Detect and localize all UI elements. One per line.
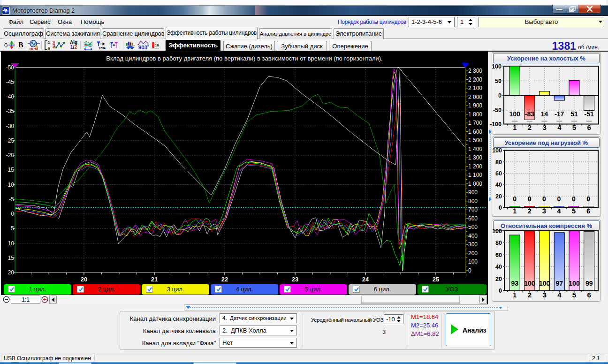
svg-text:0: 0 — [468, 267, 471, 274]
svg-text:2 200: 2 200 — [468, 76, 482, 83]
svg-text:14: 14 — [541, 110, 548, 118]
svg-text:80: 80 — [495, 240, 502, 246]
svg-text:1 900: 1 900 — [468, 102, 482, 109]
svg-text:51: 51 — [570, 110, 578, 118]
svg-text:1 000: 1 000 — [468, 181, 482, 187]
svg-text:300: 300 — [468, 241, 478, 248]
svg-text:0: 0 — [528, 195, 532, 203]
svg-text:-50: -50 — [493, 107, 502, 114]
svg-text:900: 900 — [468, 189, 478, 196]
svg-text:97: 97 — [556, 280, 563, 287]
svg-text:1 600: 1 600 — [468, 129, 482, 135]
svg-text:1 300: 1 300 — [468, 154, 482, 161]
svg-text:0: 0 — [557, 195, 561, 203]
svg-text:-17: -17 — [555, 110, 564, 118]
svg-text:0: 0 — [572, 195, 576, 203]
svg-text:0: 0 — [499, 205, 502, 211]
svg-text:25: 25 — [433, 276, 439, 283]
svg-text:0: 0 — [586, 195, 590, 203]
svg-text:40: 40 — [495, 264, 502, 270]
svg-text:1 100: 1 100 — [468, 172, 482, 178]
svg-text:60: 60 — [495, 252, 502, 258]
svg-text:23: 23 — [292, 276, 298, 283]
svg-text:21: 21 — [151, 276, 158, 283]
svg-text:100: 100 — [492, 63, 502, 70]
svg-text:1234: 1234 — [99, 46, 106, 50]
svg-text:0: 0 — [542, 195, 546, 203]
svg-text:800: 800 — [468, 198, 478, 205]
svg-text:1 500: 1 500 — [468, 137, 482, 144]
svg-text:60: 60 — [495, 170, 502, 177]
svg-text:100: 100 — [492, 228, 502, 235]
svg-text:-100: -100 — [490, 121, 502, 128]
svg-text:40: 40 — [495, 182, 502, 188]
svg-text:1 700: 1 700 — [468, 120, 482, 126]
svg-text:20: 20 — [495, 193, 502, 200]
svg-text:2 000: 2 000 — [468, 94, 482, 100]
svg-text:-83: -83 — [525, 110, 534, 118]
svg-text:RPM: RPM — [52, 41, 55, 49]
svg-text:80: 80 — [495, 159, 502, 166]
svg-text:20: 20 — [81, 276, 87, 283]
svg-text:20: 20 — [495, 276, 502, 282]
svg-text:100: 100 — [524, 280, 535, 287]
svg-text:93: 93 — [511, 280, 518, 287]
svg-text:1 400: 1 400 — [468, 146, 482, 152]
svg-text:24: 24 — [362, 276, 369, 283]
svg-text:1: 1 — [48, 40, 50, 45]
svg-text:100: 100 — [468, 258, 478, 265]
svg-text:10: 10 — [155, 43, 159, 47]
svg-text:0: 0 — [513, 195, 517, 203]
svg-text:99: 99 — [585, 280, 593, 287]
svg-text:100: 100 — [539, 280, 550, 287]
svg-text:600: 600 — [468, 215, 478, 222]
svg-text:500: 500 — [468, 224, 478, 230]
svg-text:2 100: 2 100 — [468, 85, 482, 91]
svg-text:700: 700 — [468, 206, 478, 213]
svg-text:0: 0 — [498, 92, 502, 99]
svg-text:0: 0 — [48, 46, 50, 51]
svg-text:400: 400 — [468, 233, 478, 239]
svg-text:100: 100 — [509, 110, 521, 118]
svg-text:1 800: 1 800 — [468, 111, 482, 118]
svg-text:903: 903 — [138, 44, 148, 50]
svg-text:200: 200 — [468, 250, 478, 257]
svg-text:100: 100 — [492, 147, 502, 154]
svg-text:1 200: 1 200 — [468, 163, 482, 170]
svg-text:100: 100 — [569, 280, 580, 287]
svg-text:RPM: RPM — [30, 47, 38, 51]
svg-text:50: 50 — [495, 78, 502, 84]
svg-text:0: 0 — [499, 288, 502, 294]
svg-text:2 300: 2 300 — [468, 68, 482, 74]
svg-text:-51: -51 — [585, 110, 594, 118]
svg-text:22: 22 — [221, 276, 228, 283]
